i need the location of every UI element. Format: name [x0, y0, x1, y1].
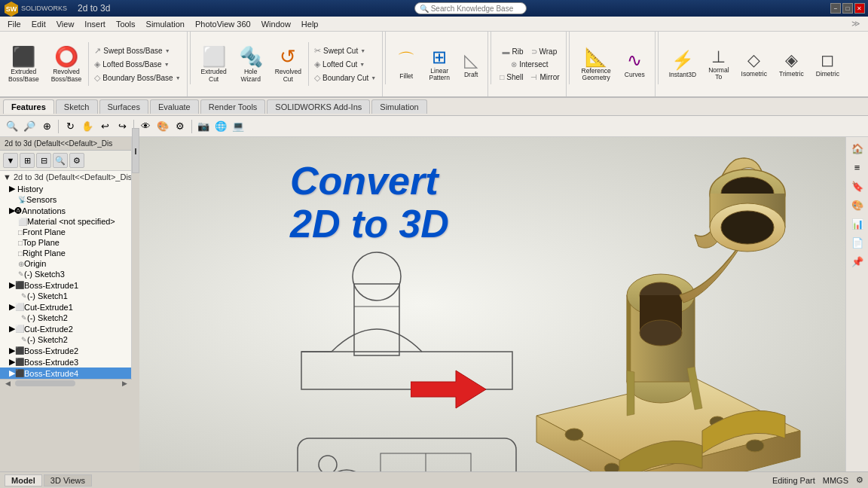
tree-sensors[interactable]: 📡 Sensors	[0, 194, 131, 205]
rt-bookmark-btn[interactable]: 🔖	[849, 178, 866, 194]
toolbar2-pan-btn[interactable]: ✋	[80, 119, 95, 134]
help-search-box[interactable]: 🔍	[414, 2, 527, 14]
reference-geometry-button[interactable]: 📐 ReferenceGeometry	[576, 42, 616, 86]
menu-edit[interactable]: Edit	[27, 18, 50, 30]
rt-list-btn[interactable]: ≡	[849, 159, 866, 175]
rt-doc-btn[interactable]: 📄	[849, 234, 866, 251]
toolbar2-settings-btn[interactable]: ⚙	[173, 119, 188, 134]
tree-front-plane[interactable]: □ Front Plane	[0, 227, 131, 237]
tree-expand-btn[interactable]: ⊞	[20, 153, 35, 168]
lofted-boss-base-button[interactable]: ◈ Lofted Boss/Base ▼	[91, 58, 183, 71]
dimetric-button[interactable]: ◻ Dimetric	[811, 42, 845, 86]
tree-sketch1[interactable]: ✎ (-) Sketch1	[0, 291, 131, 301]
tab-addins[interactable]: SOLIDWORKS Add-Ins	[267, 99, 370, 114]
tree-boss-extrude2[interactable]: ▶ ⬛ Boss-Extrude2	[0, 345, 131, 356]
tree-collapse-btn[interactable]: ⊟	[36, 153, 51, 168]
tree-material[interactable]: ⬜ Material <not specified>	[0, 216, 131, 227]
menu-simulation[interactable]: Simulation	[142, 18, 189, 30]
toolbar2-display-btn[interactable]: 👁	[138, 119, 153, 134]
tree-sketch2b[interactable]: ✎ (-) Sketch2	[0, 334, 131, 345]
rt-color-btn[interactable]: 🎨	[849, 197, 866, 213]
tree-boss-extrude1-label: Boss-Extrude1	[24, 281, 78, 290]
toolbar2-zoom-btn[interactable]: 🔎	[22, 119, 37, 134]
tab-features[interactable]: Features	[3, 99, 54, 114]
menu-window[interactable]: Window	[257, 18, 295, 30]
rt-chart-btn[interactable]: 📊	[849, 215, 866, 232]
menu-expand-icon[interactable]: ≫	[847, 17, 865, 30]
swept-boss-base-button[interactable]: ↗ Swept Boss/Base ▼	[91, 44, 183, 57]
extruded-boss-base-button[interactable]: ⬛ ExtrudedBoss/Base	[3, 42, 44, 86]
status-tab-3dviews[interactable]: 3D Views	[44, 474, 92, 486]
tree-history[interactable]: ▶ History	[0, 183, 131, 194]
draft-button[interactable]: ◺ Draft	[457, 42, 484, 86]
toolbar2-camera-btn[interactable]: 📷	[196, 119, 211, 134]
revolved-cut-button[interactable]: ↺ RevolvedCut	[270, 42, 307, 86]
search-input[interactable]	[431, 5, 521, 13]
menu-file[interactable]: File	[3, 18, 26, 30]
rt-home-btn[interactable]: 🏠	[849, 140, 866, 157]
viewport-canvas[interactable]: Convert 2D to 3D	[139, 137, 845, 471]
linear-pattern-button[interactable]: ⊞ LinearPattern	[423, 42, 456, 86]
toolbar2-color-btn[interactable]: 🎨	[155, 119, 170, 134]
menu-insert[interactable]: Insert	[80, 18, 110, 30]
extruded-cut-button[interactable]: ⬜ ExtrudedCut	[196, 42, 232, 86]
normal-to-button[interactable]: ⊥ NormalTo	[703, 42, 734, 86]
curves-button[interactable]: ∿ Curves	[619, 42, 650, 86]
toolbar2-search-btn[interactable]: 🔍	[5, 119, 20, 134]
shell-button[interactable]: □Shell	[497, 72, 526, 83]
tree-cut-extrude1[interactable]: ▶ ⬜ Cut-Extrude1	[0, 301, 131, 313]
toolbar2-globe-btn[interactable]: 🌐	[213, 119, 228, 134]
rt-pin-btn[interactable]: 📌	[849, 253, 866, 270]
boundary-cut-button[interactable]: ◇ Boundary Cut ▼	[311, 72, 379, 84]
menu-help[interactable]: Help	[297, 18, 323, 30]
tree-root-item[interactable]: ▼ 2d to 3d (Default<<Default>_Dis	[0, 171, 131, 183]
tree-search-btn[interactable]: 🔍	[53, 153, 68, 168]
tree-sketch2a[interactable]: ✎ (-) Sketch2	[0, 313, 131, 323]
tree-cut-extrude2[interactable]: ▶ ⬜ Cut-Extrude2	[0, 323, 131, 334]
tree-boss-extrude1[interactable]: ▶ ⬛ Boss-Extrude1	[0, 279, 131, 291]
tree-right-plane[interactable]: □ Right Plane	[0, 248, 131, 258]
tree-boss-extrude4[interactable]: ▶ ⬛ Boss-Extrude4	[0, 368, 131, 379]
trimetric-button[interactable]: ◈ Trimetric	[774, 42, 809, 86]
mirror-button[interactable]: ⊣Mirror	[527, 72, 562, 83]
toolbar2-redo-btn[interactable]: ↪	[115, 119, 130, 134]
intersect-button[interactable]: ⊗Intersect	[508, 59, 551, 70]
wrap-button[interactable]: ⊃Wrap	[528, 46, 561, 57]
toolbar2-fit-btn[interactable]: ⊕	[39, 119, 54, 134]
tree-top-plane[interactable]: □ Top Plane	[0, 237, 131, 248]
sidebar-resize-handle[interactable]: ‖	[132, 128, 139, 173]
status-tab-model[interactable]: Model	[5, 474, 42, 486]
rib-button[interactable]: ▬Rib	[500, 46, 527, 57]
tab-simulation[interactable]: Simulation	[371, 99, 426, 114]
lofted-cut-button[interactable]: ◈ Lofted Cut ▼	[311, 58, 379, 71]
status-bar: Model 3D Views Editing Part MMGS ⚙	[0, 471, 868, 488]
instant3d-button[interactable]: ⚡ Instant3D	[664, 42, 701, 86]
swept-cut-button[interactable]: ✂ Swept Cut ▼	[311, 44, 379, 57]
minimize-button[interactable]: −	[830, 3, 841, 14]
tab-sketch[interactable]: Sketch	[56, 99, 98, 114]
tree-settings-btn[interactable]: ⚙	[69, 153, 84, 168]
boundary-boss-base-button[interactable]: ◇ Boundary Boss/Base ▼	[91, 72, 183, 84]
toolbar2-undo-btn[interactable]: ↩	[97, 119, 112, 134]
tree-origin[interactable]: ⊕ Origin	[0, 258, 131, 269]
toolbar2-monitor-btn[interactable]: 💻	[231, 119, 246, 134]
hole-wizard-button[interactable]: 🔩 HoleWizard	[234, 42, 268, 86]
fillet-button[interactable]: ⌒ Fillet	[391, 42, 421, 86]
tree-filter-icon[interactable]: ▼	[3, 153, 18, 168]
settings-icon[interactable]: ⚙	[856, 475, 863, 485]
tab-surfaces[interactable]: Surfaces	[99, 99, 148, 114]
tree-boss-extrude3[interactable]: ▶ ⬛ Boss-Extrude3	[0, 356, 131, 368]
tree-annotations[interactable]: ▶ 🅐 Annotations	[0, 205, 131, 216]
restore-button[interactable]: □	[842, 3, 853, 14]
isometric-button[interactable]: ◇ Isometric	[736, 42, 772, 86]
menu-tools[interactable]: Tools	[112, 18, 140, 30]
close-button[interactable]: ✕	[854, 3, 865, 14]
toolbar2-rotate-btn[interactable]: ↻	[63, 119, 78, 134]
sidebar-scrollbar[interactable]: ◀ ▶	[0, 379, 132, 386]
tree-sketch3[interactable]: ✎ (-) Sketch3	[0, 269, 131, 279]
tab-render-tools[interactable]: Render Tools	[200, 99, 266, 114]
revolved-boss-base-button[interactable]: ⭕ RevolvedBoss/Base	[46, 42, 87, 86]
menu-photoview[interactable]: PhotoView 360	[191, 18, 255, 30]
tab-evaluate[interactable]: Evaluate	[150, 99, 199, 114]
menu-view[interactable]: View	[52, 18, 79, 30]
